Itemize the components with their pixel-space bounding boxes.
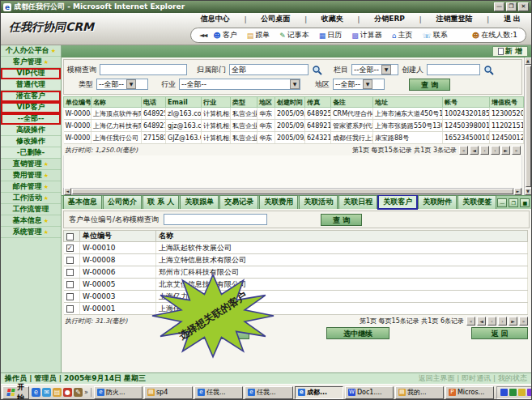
sidebar-item[interactable]: 工作活动★ — [1, 193, 61, 204]
sub-search-input[interactable] — [164, 214, 267, 225]
menu-item[interactable]: 退 出 — [504, 14, 521, 24]
menu-item[interactable]: 信息中心 — [201, 14, 230, 24]
email-link[interactable]: zl@163.com — [166, 108, 202, 120]
toolbar-item[interactable]: ✎记事本 — [279, 30, 309, 40]
column-header[interactable]: 类型 — [231, 97, 257, 108]
new-record-button[interactable]: 新 增 — [492, 46, 528, 57]
column-header[interactable]: 增值税号 — [490, 97, 524, 108]
menu-item[interactable]: 分销ERP — [374, 14, 405, 24]
pager-icon[interactable]: » — [519, 317, 528, 326]
related-customer-row[interactable]: W-00005北京艾佳信息技术有限公司 — [64, 279, 528, 291]
back-icon[interactable]: ◄◄ — [199, 32, 206, 39]
row-checkbox[interactable] — [66, 293, 74, 300]
column-header[interactable]: 电话 — [142, 97, 166, 108]
menu-item[interactable]: 注销重登陆 — [436, 14, 472, 24]
menu-item[interactable]: 公司桌面 — [261, 14, 290, 24]
pager-icon[interactable]: » — [512, 146, 521, 155]
tab-item[interactable]: 关联活动 — [299, 195, 338, 209]
tab-item[interactable]: 联 系 人 — [143, 195, 179, 209]
taskbar-task-button[interactable]: e任我... — [194, 386, 243, 399]
toolbar-item[interactable]: ▤跟单 — [247, 30, 270, 40]
related-customer-row[interactable]: W-00008上海立特信息技术有限公司 — [64, 254, 528, 266]
mail-quicklaunch-icon[interactable]: ✉ — [42, 388, 51, 397]
taskbar-task-button[interactable]: e成都... — [295, 386, 343, 399]
sidebar-item[interactable]: 费用管理★ — [1, 170, 61, 181]
tab-item[interactable]: 关联跟单 — [180, 195, 219, 209]
table-row[interactable]: W-00001上海任我行公司27158230GJZ@163.COM计算机相关私营… — [64, 132, 524, 144]
column-select[interactable]: --全部--▼ — [351, 64, 398, 75]
pager-icon[interactable]: « — [466, 317, 475, 326]
pager-icon[interactable]: « — [459, 146, 468, 155]
tab-item[interactable]: 关联日程 — [338, 195, 377, 209]
sidebar-item[interactable]: 个人办公平台★ — [1, 45, 61, 57]
row-checkbox[interactable] — [66, 305, 74, 313]
search-button[interactable]: 查 询 — [409, 79, 450, 91]
row-checkbox[interactable] — [66, 281, 74, 288]
toolbar-item[interactable]: ☻客户 — [213, 30, 236, 40]
close-button[interactable]: ✕ — [518, 2, 529, 11]
pager-icon[interactable]: ► — [501, 146, 510, 155]
column-header[interactable]: 名称 — [92, 97, 142, 108]
scroll-right-icon[interactable]: ► — [514, 188, 521, 195]
sidebar-item[interactable]: --全部-- — [1, 113, 61, 125]
toolbar-item[interactable]: ⌂主页 — [392, 30, 413, 40]
horizontal-scrollbar[interactable]: ◄ ► — [63, 188, 522, 195]
status-right[interactable]: 返回主界面 | 即时通讯 | 我的状态 — [418, 373, 527, 384]
department-input[interactable] — [229, 64, 309, 75]
tray-icon-3[interactable] — [518, 389, 526, 396]
sidebar-item[interactable]: 系统管理★ — [1, 227, 61, 238]
column-header[interactable]: 单位编号 — [64, 97, 92, 108]
column-header[interactable]: 地址 — [373, 97, 443, 108]
column-header[interactable]: 备注 — [331, 97, 373, 108]
menu-item[interactable]: 收藏夹 — [321, 14, 343, 24]
horizontal-scroll-thumb[interactable] — [72, 189, 513, 194]
creator-input[interactable] — [427, 64, 480, 75]
table-row[interactable]: W-00003上海亿力科技有限公司64892132gjz@163.com计算机相… — [64, 120, 524, 132]
sidebar-item[interactable]: 邮件管理★ — [1, 181, 61, 193]
ie-quicklaunch-icon[interactable]: e — [32, 388, 40, 397]
related-customer-row[interactable]: W-00006郑州市汇科科技有限公司 — [64, 266, 528, 279]
industry-select[interactable]: --全部--▼ — [179, 79, 300, 90]
quicklaunch-overflow-icon[interactable]: » — [84, 389, 88, 396]
sub-search-button[interactable]: 查 询 — [321, 214, 362, 226]
select-all-checkbox[interactable] — [66, 233, 74, 240]
sidebar-item[interactable]: 高级操作 — [1, 125, 61, 136]
pager-icon[interactable]: ‹ — [487, 317, 496, 326]
toolbar-item[interactable]: ☏联系 — [423, 30, 448, 40]
select-continue-button[interactable]: 选中继续 — [326, 327, 389, 339]
panel-close-icon[interactable]: ■ — [520, 198, 530, 207]
related-customer-row[interactable]: ✓W-00010上海跃起软件发展公司 — [64, 242, 528, 254]
row-checkbox[interactable] — [66, 269, 74, 276]
scroll-up-icon[interactable]: ▲ — [525, 57, 532, 65]
taskbar-task-button[interactable]: ▤sp4 — [144, 386, 193, 399]
tab-item[interactable]: 关联便签 — [458, 195, 496, 209]
creator-lookup-icon[interactable] — [483, 65, 494, 75]
tab-item[interactable]: 关联附件 — [418, 195, 457, 209]
tray-icon-2[interactable] — [509, 389, 517, 396]
pen-quicklaunch-icon[interactable]: ✎ — [74, 388, 83, 397]
tray-icon-1[interactable] — [500, 389, 508, 396]
table-row[interactable]: W-00004上海顶点软件有限公司64892525zl@163.com计算机相关… — [64, 108, 524, 120]
media-quicklaunch-icon[interactable]: ● — [63, 388, 72, 397]
minimize-button[interactable]: — — [494, 2, 504, 11]
taskbar-task-button[interactable]: ▤我的... — [395, 386, 444, 399]
sidebar-item[interactable]: 修改操作 — [1, 136, 61, 147]
panel-minimize-icon[interactable]: — — [497, 198, 507, 207]
scroll-down-icon[interactable]: ▼ — [525, 188, 532, 195]
column-header[interactable]: Email — [166, 97, 202, 108]
tab-active[interactable]: 关联客户 — [378, 195, 417, 209]
return-button[interactable]: 返 回 — [471, 327, 528, 339]
taskbar-task-button[interactable]: WDoc1.... — [345, 386, 394, 399]
pager-icon[interactable]: ◄ — [477, 317, 486, 326]
row-checkbox[interactable]: ✓ — [66, 245, 74, 252]
column-header[interactable]: 传真 — [305, 97, 331, 108]
sidebar-item[interactable]: VIP客户 — [1, 102, 61, 113]
tab-item[interactable]: 公司简介 — [103, 195, 142, 209]
scroll-left-icon[interactable]: ◄ — [64, 188, 71, 195]
maximize-button[interactable]: ❐ — [506, 2, 517, 11]
email-link[interactable]: gjz@163.com — [166, 120, 202, 132]
sidebar-item[interactable]: 潜在客户 — [1, 91, 61, 102]
sidebar-item[interactable]: 直销管理★ — [1, 159, 61, 170]
related-customer-row[interactable]: W-00001上海任我行有限公司 — [64, 303, 528, 315]
related-customer-row[interactable]: W-00003上海亿力科技有限公司 — [64, 291, 528, 303]
